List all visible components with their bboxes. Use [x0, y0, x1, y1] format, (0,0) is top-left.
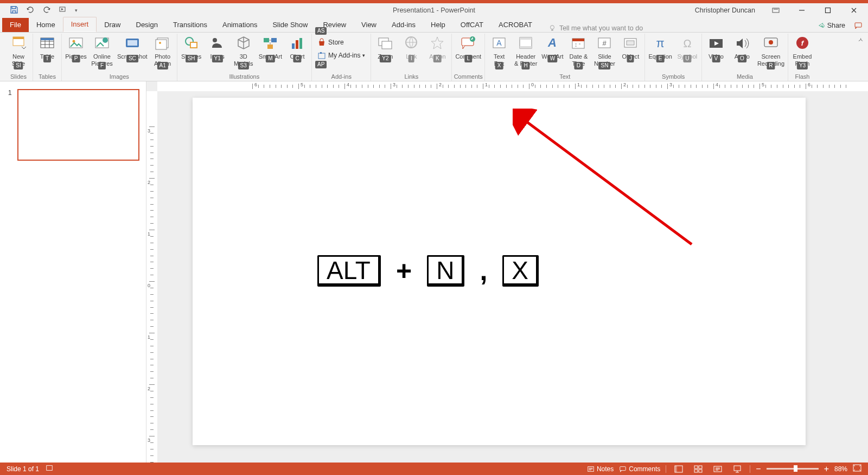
screen-recording-button[interactable]: Screen Recording R [757, 35, 784, 67]
keycap-alt: ALT [317, 255, 381, 287]
comments-icon [619, 465, 627, 473]
photo-album-icon [154, 35, 171, 52]
ribbon: ㅅ New Slide SI Slides Table T Tables Pic… [0, 33, 868, 81]
slide-thumbnail-1[interactable] [17, 89, 139, 161]
normal-view-button[interactable] [672, 463, 686, 475]
table-button[interactable]: Table T [36, 35, 58, 60]
tell-me-search[interactable]: Tell me what you want to do [548, 24, 643, 32]
symbol-icon: Ω [679, 35, 696, 52]
zoom-level[interactable]: 88% [834, 465, 847, 473]
tab-draw[interactable]: Draw [97, 18, 128, 32]
audio-button[interactable]: Audio O [731, 35, 753, 60]
tab-slideshow[interactable]: Slide Show [265, 18, 315, 32]
tab-addins[interactable]: Add-ins [384, 18, 423, 32]
online-pictures-button[interactable]: Online Pictures F [91, 35, 113, 67]
slideshow-view-button[interactable] [730, 463, 744, 475]
svg-rect-19 [190, 42, 197, 48]
comma-sign: , [480, 255, 487, 287]
wordart-icon: A [544, 35, 561, 52]
slide-number-button[interactable]: # Slide Number SN [593, 35, 615, 67]
undo-icon[interactable] [26, 5, 35, 16]
svg-rect-1 [773, 8, 779, 12]
zoom-slider[interactable] [767, 468, 819, 470]
svg-rect-4 [855, 23, 861, 27]
user-name[interactable]: Christopher Duncan [695, 7, 755, 14]
action-button: Action K [426, 35, 448, 60]
cube-icon [235, 35, 252, 52]
slide-canvas[interactable]: ALT + N , X [193, 98, 806, 445]
tab-insert[interactable]: Insert [63, 17, 97, 32]
plus-sign: + [396, 255, 412, 287]
close-button[interactable] [843, 3, 865, 17]
reading-view-button[interactable] [711, 463, 725, 475]
svg-line-53 [524, 119, 692, 244]
slide-edit-pane[interactable]: 6543210123456 3210123 ALT + N , X [146, 81, 868, 463]
tab-view[interactable]: View [354, 18, 384, 32]
comments-button[interactable]: Comments [619, 465, 660, 473]
comment-button[interactable]: Comment L [455, 35, 481, 60]
main-area: 1 6543210123456 3210123 ALT + N , X [0, 81, 868, 463]
svg-rect-59 [694, 466, 698, 468]
svg-text:A: A [547, 36, 557, 49]
equation-button[interactable]: π Equation E [648, 35, 672, 60]
slide-count[interactable]: Slide 1 of 1 [7, 465, 39, 473]
horizontal-ruler[interactable]: 6543210123456 [157, 81, 868, 91]
shapes-icon [183, 35, 200, 52]
date-time-button[interactable]: Date & Time D [567, 35, 589, 67]
store-button[interactable]: Store AS [315, 37, 346, 48]
shapes-button[interactable]: Shapes SH [181, 35, 202, 60]
vertical-ruler[interactable]: 3210123 [146, 91, 157, 463]
share-button[interactable]: Share [818, 22, 845, 29]
redo-icon[interactable] [42, 5, 51, 16]
svg-rect-64 [734, 466, 741, 471]
icons-button[interactable]: Icons Y1 [207, 35, 228, 60]
chart-button[interactable]: Chart C [286, 35, 308, 60]
notes-button[interactable]: Notes [587, 465, 614, 473]
tab-help[interactable]: Help [423, 18, 453, 32]
my-addins-button[interactable]: My Add-ins▾ AP [315, 50, 367, 61]
tab-transitions[interactable]: Transitions [165, 18, 215, 32]
pictures-button[interactable]: Pictures P [65, 35, 87, 60]
embed-flash-button[interactable]: f Embed Flash Y3 [792, 35, 813, 67]
video-button[interactable]: Video V [705, 35, 727, 60]
slide-thumbnails-pane[interactable]: 1 [0, 81, 146, 463]
video-icon [707, 35, 725, 52]
accessibility-icon[interactable] [46, 464, 53, 473]
tab-home[interactable]: Home [29, 18, 63, 32]
header-footer-button[interactable]: Header & Footer H [514, 35, 537, 67]
screenshot-button[interactable]: Screenshot SC [117, 35, 148, 60]
save-icon[interactable] [10, 5, 18, 16]
svg-text:A: A [496, 39, 502, 47]
slide-number-icon: # [596, 35, 613, 52]
tab-animations[interactable]: Animations [215, 18, 265, 32]
wordart-button[interactable]: A WordArt W [541, 35, 563, 60]
keycap-n: N [427, 255, 464, 287]
tab-offcat[interactable]: OffCAT [453, 18, 491, 32]
svg-rect-41 [572, 39, 584, 41]
tab-file[interactable]: File [2, 18, 29, 32]
qat-more-icon[interactable]: ▾ [75, 8, 78, 13]
minimize-button[interactable] [791, 3, 813, 17]
ribbon-options-icon[interactable] [765, 3, 787, 17]
fit-to-window-button[interactable] [853, 464, 861, 473]
new-slide-button[interactable]: New Slide SI [8, 35, 29, 67]
collapse-ribbon-icon[interactable]: ㅅ [858, 36, 864, 44]
maximize-button[interactable] [817, 3, 839, 17]
comments-pane-icon[interactable] [854, 21, 863, 30]
photo-album-button[interactable]: Photo Album A1 [152, 35, 174, 67]
zoom-out-button[interactable]: − [756, 464, 761, 474]
slide-sorter-button[interactable] [691, 463, 705, 475]
status-bar: Slide 1 of 1 Notes Comments − + 88% [0, 463, 868, 475]
text-box-button[interactable]: A Text Box X [488, 35, 510, 67]
object-button[interactable]: Object J [620, 35, 641, 60]
screenshot-icon [124, 35, 141, 52]
start-from-beginning-icon[interactable] [59, 5, 67, 16]
notes-icon [587, 465, 595, 473]
text-box-icon: A [490, 35, 508, 52]
3d-models-button[interactable]: 3D Models S3 [233, 35, 254, 67]
zoom-in-button[interactable]: + [824, 464, 829, 474]
smartart-button[interactable]: SmartArt M [259, 35, 282, 60]
tab-acrobat[interactable]: ACROBAT [491, 18, 540, 32]
tab-design[interactable]: Design [129, 18, 165, 32]
zoom-button[interactable]: Zoom Y2 [374, 35, 396, 60]
